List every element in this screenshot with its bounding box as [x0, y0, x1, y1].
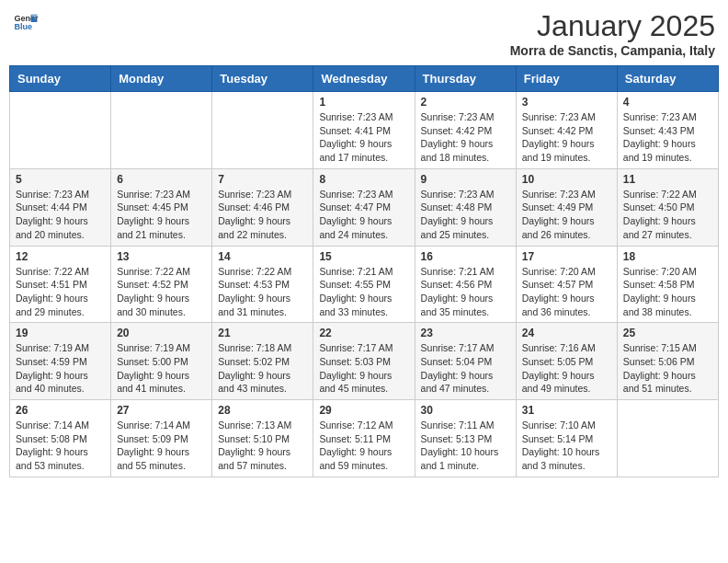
- title-block: January 2025 Morra de Sanctis, Campania,…: [510, 9, 715, 58]
- weekday-header-wednesday: Wednesday: [313, 66, 415, 92]
- day-info: Sunrise: 7:23 AMSunset: 4:47 PMDaylight:…: [319, 188, 408, 242]
- day-number: 18: [623, 250, 712, 263]
- calendar-cell: 8Sunrise: 7:23 AMSunset: 4:47 PMDaylight…: [313, 168, 415, 246]
- day-info: Sunrise: 7:22 AMSunset: 4:50 PMDaylight:…: [623, 188, 712, 242]
- day-number: 13: [117, 250, 206, 263]
- day-number: 26: [16, 404, 105, 417]
- day-number: 14: [218, 250, 307, 263]
- calendar-cell: 1Sunrise: 7:23 AMSunset: 4:41 PMDaylight…: [313, 92, 415, 169]
- day-number: 8: [319, 173, 408, 186]
- day-number: 29: [319, 404, 408, 417]
- location-subtitle: Morra de Sanctis, Campania, Italy: [510, 43, 715, 58]
- weekday-header-row: SundayMondayTuesdayWednesdayThursdayFrid…: [10, 66, 719, 92]
- day-info: Sunrise: 7:16 AMSunset: 5:05 PMDaylight:…: [522, 341, 611, 396]
- day-number: 21: [218, 327, 307, 339]
- day-number: 4: [623, 96, 712, 109]
- day-number: 10: [522, 173, 611, 186]
- calendar-cell: 25Sunrise: 7:15 AMSunset: 5:06 PMDayligh…: [617, 323, 718, 400]
- calendar-cell: 12Sunrise: 7:22 AMSunset: 4:51 PMDayligh…: [10, 246, 111, 323]
- day-number: 19: [16, 327, 105, 339]
- day-info: Sunrise: 7:14 AMSunset: 5:08 PMDaylight:…: [16, 419, 105, 473]
- svg-text:Blue: Blue: [14, 22, 32, 31]
- day-number: 24: [522, 327, 611, 339]
- calendar-cell: 27Sunrise: 7:14 AMSunset: 5:09 PMDayligh…: [111, 400, 212, 477]
- weekday-header-friday: Friday: [516, 66, 617, 92]
- calendar-cell: 16Sunrise: 7:21 AMSunset: 4:56 PMDayligh…: [415, 246, 516, 323]
- calendar-cell: [10, 92, 111, 169]
- weekday-header-sunday: Sunday: [10, 66, 111, 92]
- day-info: Sunrise: 7:17 AMSunset: 5:04 PMDaylight:…: [421, 341, 510, 396]
- calendar-cell: 20Sunrise: 7:19 AMSunset: 5:00 PMDayligh…: [111, 323, 212, 400]
- month-title: January 2025: [510, 9, 715, 43]
- calendar-table: SundayMondayTuesdayWednesdayThursdayFrid…: [9, 65, 719, 477]
- calendar-cell: 6Sunrise: 7:23 AMSunset: 4:45 PMDaylight…: [111, 168, 212, 246]
- calendar-cell: 14Sunrise: 7:22 AMSunset: 4:53 PMDayligh…: [212, 246, 313, 323]
- calendar-week-4: 19Sunrise: 7:19 AMSunset: 4:59 PMDayligh…: [10, 323, 719, 400]
- calendar-cell: 29Sunrise: 7:12 AMSunset: 5:11 PMDayligh…: [313, 400, 415, 477]
- day-info: Sunrise: 7:11 AMSunset: 5:13 PMDaylight:…: [421, 419, 510, 473]
- day-info: Sunrise: 7:23 AMSunset: 4:43 PMDaylight:…: [623, 110, 712, 165]
- day-info: Sunrise: 7:12 AMSunset: 5:11 PMDaylight:…: [319, 419, 408, 473]
- calendar-cell: 10Sunrise: 7:23 AMSunset: 4:49 PMDayligh…: [516, 168, 617, 246]
- calendar-cell: 28Sunrise: 7:13 AMSunset: 5:10 PMDayligh…: [212, 400, 313, 477]
- day-number: 30: [421, 404, 510, 417]
- day-number: 31: [522, 404, 611, 417]
- day-info: Sunrise: 7:23 AMSunset: 4:42 PMDaylight:…: [421, 110, 510, 165]
- weekday-header-tuesday: Tuesday: [212, 66, 313, 92]
- day-info: Sunrise: 7:23 AMSunset: 4:41 PMDaylight:…: [319, 110, 408, 165]
- calendar-cell: 19Sunrise: 7:19 AMSunset: 4:59 PMDayligh…: [10, 323, 111, 400]
- day-info: Sunrise: 7:18 AMSunset: 5:02 PMDaylight:…: [218, 341, 307, 396]
- calendar-week-1: 1Sunrise: 7:23 AMSunset: 4:41 PMDaylight…: [10, 92, 719, 169]
- day-number: 6: [117, 173, 206, 186]
- day-info: Sunrise: 7:23 AMSunset: 4:48 PMDaylight:…: [421, 188, 510, 242]
- day-info: Sunrise: 7:23 AMSunset: 4:42 PMDaylight:…: [522, 110, 611, 165]
- day-info: Sunrise: 7:15 AMSunset: 5:06 PMDaylight:…: [623, 341, 712, 396]
- calendar-cell: 9Sunrise: 7:23 AMSunset: 4:48 PMDaylight…: [415, 168, 516, 246]
- calendar-cell: 2Sunrise: 7:23 AMSunset: 4:42 PMDaylight…: [415, 92, 516, 169]
- day-info: Sunrise: 7:22 AMSunset: 4:51 PMDaylight:…: [16, 265, 105, 319]
- weekday-header-monday: Monday: [111, 66, 212, 92]
- calendar-cell: 7Sunrise: 7:23 AMSunset: 4:46 PMDaylight…: [212, 168, 313, 246]
- weekday-header-thursday: Thursday: [415, 66, 516, 92]
- day-info: Sunrise: 7:22 AMSunset: 4:52 PMDaylight:…: [117, 265, 206, 319]
- day-number: 28: [218, 404, 307, 417]
- day-number: 25: [623, 327, 712, 339]
- day-info: Sunrise: 7:14 AMSunset: 5:09 PMDaylight:…: [117, 419, 206, 473]
- day-number: 12: [16, 250, 105, 263]
- day-info: Sunrise: 7:23 AMSunset: 4:46 PMDaylight:…: [218, 188, 307, 242]
- day-info: Sunrise: 7:21 AMSunset: 4:56 PMDaylight:…: [421, 265, 510, 319]
- weekday-header-saturday: Saturday: [617, 66, 718, 92]
- calendar-cell: 18Sunrise: 7:20 AMSunset: 4:58 PMDayligh…: [617, 246, 718, 323]
- calendar-week-2: 5Sunrise: 7:23 AMSunset: 4:44 PMDaylight…: [10, 168, 719, 246]
- day-info: Sunrise: 7:23 AMSunset: 4:44 PMDaylight:…: [16, 188, 105, 242]
- day-info: Sunrise: 7:19 AMSunset: 4:59 PMDaylight:…: [16, 341, 105, 396]
- day-number: 15: [319, 250, 408, 263]
- day-number: 11: [623, 173, 712, 186]
- page-header: General Blue January 2025 Morra de Sanct…: [9, 9, 719, 58]
- calendar-cell: [111, 92, 212, 169]
- day-number: 5: [16, 173, 105, 186]
- logo: General Blue: [13, 9, 39, 35]
- calendar-cell: 15Sunrise: 7:21 AMSunset: 4:55 PMDayligh…: [313, 246, 415, 323]
- calendar-cell: 24Sunrise: 7:16 AMSunset: 5:05 PMDayligh…: [516, 323, 617, 400]
- calendar-cell: 23Sunrise: 7:17 AMSunset: 5:04 PMDayligh…: [415, 323, 516, 400]
- day-info: Sunrise: 7:21 AMSunset: 4:55 PMDaylight:…: [319, 265, 408, 319]
- calendar-cell: 31Sunrise: 7:10 AMSunset: 5:14 PMDayligh…: [516, 400, 617, 477]
- day-number: 27: [117, 404, 206, 417]
- day-info: Sunrise: 7:10 AMSunset: 5:14 PMDaylight:…: [522, 419, 611, 473]
- day-number: 9: [421, 173, 510, 186]
- day-info: Sunrise: 7:13 AMSunset: 5:10 PMDaylight:…: [218, 419, 307, 473]
- calendar-cell: [212, 92, 313, 169]
- calendar-cell: 22Sunrise: 7:17 AMSunset: 5:03 PMDayligh…: [313, 323, 415, 400]
- calendar-cell: 5Sunrise: 7:23 AMSunset: 4:44 PMDaylight…: [10, 168, 111, 246]
- calendar-cell: [617, 400, 718, 477]
- calendar-cell: 21Sunrise: 7:18 AMSunset: 5:02 PMDayligh…: [212, 323, 313, 400]
- calendar-cell: 26Sunrise: 7:14 AMSunset: 5:08 PMDayligh…: [10, 400, 111, 477]
- calendar-cell: 13Sunrise: 7:22 AMSunset: 4:52 PMDayligh…: [111, 246, 212, 323]
- day-number: 7: [218, 173, 307, 186]
- calendar-cell: 3Sunrise: 7:23 AMSunset: 4:42 PMDaylight…: [516, 92, 617, 169]
- day-number: 17: [522, 250, 611, 263]
- day-info: Sunrise: 7:22 AMSunset: 4:53 PMDaylight:…: [218, 265, 307, 319]
- calendar-cell: 30Sunrise: 7:11 AMSunset: 5:13 PMDayligh…: [415, 400, 516, 477]
- day-info: Sunrise: 7:20 AMSunset: 4:58 PMDaylight:…: [623, 265, 712, 319]
